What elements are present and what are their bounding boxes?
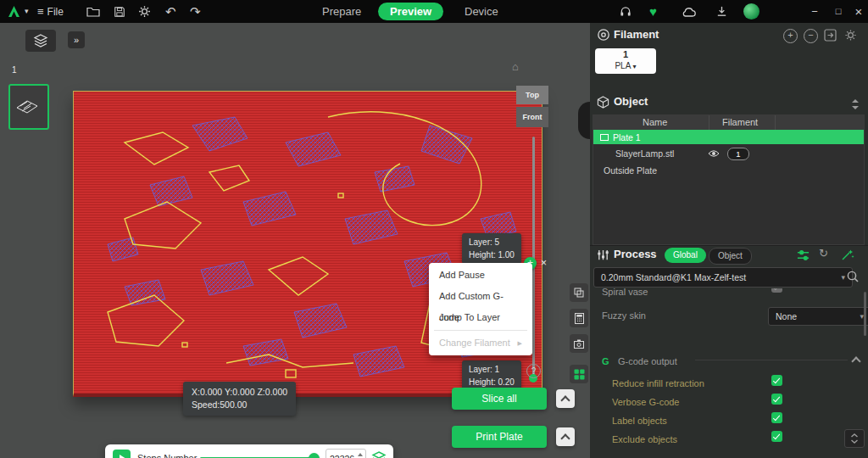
spinner-up-icon[interactable] — [358, 453, 363, 456]
panel-collapse-handle[interactable] — [578, 102, 590, 139]
print-plate-button[interactable]: Print Plate — [452, 426, 547, 448]
slice-options-button[interactable] — [556, 389, 575, 408]
col-divider — [709, 115, 709, 130]
plate-thumb-number: 1 — [12, 65, 17, 75]
object-row-plate[interactable]: Plate 1 — [593, 130, 864, 144]
tab-device[interactable]: Device — [453, 3, 510, 20]
undo-button[interactable]: ↶ — [165, 0, 176, 23]
home-view-icon[interactable]: ⌂ — [512, 60, 519, 73]
calculator-button[interactable] — [570, 309, 588, 327]
save-button[interactable] — [114, 0, 125, 23]
scope-object-button[interactable]: Object — [709, 248, 752, 265]
file-menu[interactable]: ≡ File — [37, 0, 64, 23]
section-rule — [695, 360, 848, 360]
wizard-button[interactable] — [841, 249, 854, 265]
download-button[interactable] — [715, 0, 728, 23]
filament-slot-chip[interactable]: 1 PLA ▾ — [595, 48, 656, 74]
add-filament-button[interactable]: + — [783, 29, 798, 43]
tab-preview[interactable]: Preview — [378, 3, 443, 20]
object-row-model[interactable]: SlayerLamp.stl 1 — [593, 146, 864, 161]
setting-row-label-objects[interactable]: Label objects — [612, 412, 866, 427]
layers-view-button[interactable] — [25, 30, 56, 52]
spiral-vase-checkbox[interactable] — [771, 288, 782, 293]
sliders-icon — [597, 249, 609, 261]
open-button[interactable] — [86, 0, 100, 23]
plate-icon — [600, 134, 609, 141]
menu-item-jump-to-layer[interactable]: Jump To Layer — [429, 307, 532, 328]
slider-close-icon[interactable]: × — [541, 257, 547, 269]
user-avatar[interactable] — [743, 3, 760, 20]
slice-all-button[interactable]: Slice all — [452, 388, 547, 410]
object-row-model-label: SlayerLamp.stl — [615, 148, 674, 159]
layer-mode-button[interactable] — [371, 450, 387, 458]
steps-input-box — [326, 449, 366, 458]
reduce-infill-checkbox[interactable] — [771, 375, 782, 386]
settings-button[interactable] — [138, 0, 151, 23]
reset-button[interactable]: ↻ — [819, 247, 828, 260]
process-preset-select[interactable]: 0.20mm Standard@K1 Max-Zelf-test ▾ — [593, 267, 853, 288]
coords-line1: X:0.000 Y:0.000 Z:0.000 — [192, 386, 287, 399]
steps-slider-handle[interactable] — [309, 453, 320, 458]
settings-scrollbar[interactable] — [864, 292, 866, 336]
setting-row-reduce-infill[interactable]: Reduce infill retraction — [612, 375, 866, 390]
setting-row-spiral-vase[interactable]: Spiral vase — [602, 288, 868, 300]
app-logo[interactable]: ▾ — [7, 0, 29, 23]
view-front-button[interactable]: Front — [516, 107, 548, 127]
preset-search-button[interactable] — [846, 270, 860, 287]
maximize-button[interactable]: □ — [827, 0, 849, 23]
plate-thumbnail[interactable] — [8, 84, 49, 130]
menu-item-add-pause[interactable]: Add Pause — [429, 265, 532, 286]
model-filament-badge[interactable]: 1 — [727, 148, 749, 160]
steps-bar: Steps Number — [105, 444, 393, 458]
redo-button[interactable]: ↷ — [190, 0, 201, 23]
steps-number-input[interactable] — [328, 450, 359, 458]
slider-context-menu: Add Pause Add Custom G-code Jump To Laye… — [429, 263, 532, 355]
gcode-output-section-header[interactable]: G G-code output — [602, 353, 861, 368]
gear-icon — [844, 29, 857, 42]
lower-height-label: Height: 0.20 — [469, 376, 515, 388]
clone-view-button[interactable] — [570, 283, 588, 302]
remove-filament-button[interactable]: − — [804, 29, 818, 43]
flush-options-button[interactable] — [824, 29, 837, 45]
object-section-title: Object — [614, 95, 648, 108]
all-plates-button[interactable] — [570, 365, 588, 383]
object-expand-button[interactable] — [851, 98, 860, 113]
minimize-button[interactable]: − — [804, 0, 826, 23]
expand-all-button[interactable] — [844, 429, 865, 448]
menu-item-add-custom-gcode[interactable]: Add Custom G-code — [429, 286, 532, 307]
fuzzy-skin-select[interactable]: None ▾ — [768, 307, 868, 326]
cloud-button[interactable] — [682, 0, 697, 23]
process-section-title: Process — [614, 248, 657, 260]
tab-prepare[interactable]: Prepare — [310, 3, 373, 20]
logo-caret-icon: ▾ — [25, 8, 29, 15]
scope-global-button[interactable]: Global — [665, 248, 706, 263]
menu-item-change-filament[interactable]: Change Filament ▶ — [429, 332, 532, 354]
favorites-button[interactable]: ♥ — [649, 0, 657, 23]
eye-icon[interactable] — [708, 149, 720, 158]
filament-material: PLA ▾ — [595, 61, 656, 72]
object-table: Name Filament Plate 1 SlayerLamp.stl 1 O… — [593, 114, 865, 245]
help-button[interactable]: ? — [526, 364, 541, 378]
gcode-section-icon: G — [602, 356, 609, 366]
expand-toolbar-button[interactable]: » — [68, 31, 85, 48]
print-options-button[interactable] — [556, 427, 575, 446]
exclude-objects-checkbox[interactable] — [771, 431, 782, 442]
object-table-header: Name Filament — [593, 115, 864, 130]
close-button[interactable]: × — [848, 0, 868, 23]
label-objects-checkbox[interactable] — [771, 412, 782, 423]
setting-row-verbose-gcode[interactable]: Verbose G-code — [612, 394, 866, 409]
filament-settings-button[interactable] — [844, 29, 857, 45]
setting-row-exclude-objects[interactable]: Exclude objects — [612, 431, 866, 446]
verbose-gcode-checkbox[interactable] — [771, 394, 782, 405]
play-button[interactable] — [113, 450, 131, 458]
preview-viewport[interactable]: » 1 — [0, 23, 590, 458]
screenshot-button[interactable] — [570, 334, 588, 353]
support-button[interactable] — [619, 0, 632, 23]
advanced-toggle-button[interactable] — [797, 249, 810, 265]
view-top-button[interactable]: Top — [516, 86, 548, 104]
setting-row-fuzzy-skin[interactable]: Fuzzy skin None ▾ — [602, 307, 868, 326]
menu-separator — [434, 330, 527, 331]
reduce-infill-label: Reduce infill retraction — [612, 378, 704, 388]
object-row-outside[interactable]: Outside Plate — [593, 163, 864, 178]
collapse-chevron-icon[interactable] — [851, 356, 860, 366]
